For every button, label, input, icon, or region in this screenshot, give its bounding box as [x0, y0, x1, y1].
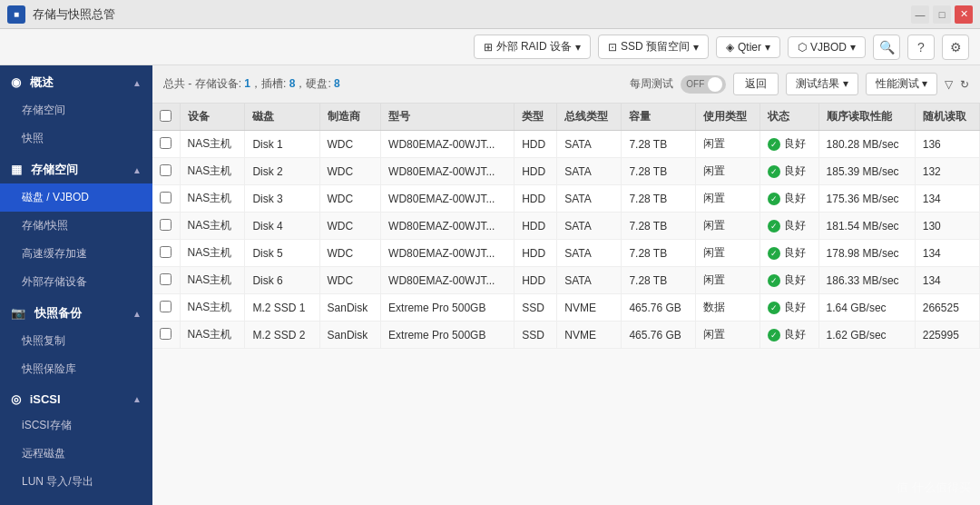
row-checkbox[interactable] — [160, 273, 172, 285]
row-seq-read: 181.54 MB/sec — [818, 213, 915, 240]
status-good-icon: ✓ — [768, 165, 780, 178]
row-status: ✓ 良好 — [760, 267, 818, 294]
row-rand-read: 136 — [915, 131, 979, 158]
vjbod-icon: ⬡ — [798, 41, 807, 54]
row-usage: 闲置 — [695, 185, 760, 213]
sidebar-item-external-storage[interactable]: 外部存储设备 — [0, 268, 152, 296]
row-rand-read: 266525 — [915, 294, 979, 322]
sidebar-item-snapshot-vault[interactable]: 快照保险库 — [0, 355, 152, 383]
row-disk: Disk 4 — [245, 213, 319, 240]
col-seq-read: 顺序读取性能 — [818, 104, 915, 131]
row-manufacturer: WDC — [319, 131, 381, 158]
chevron-up-icon3: ▲ — [132, 309, 142, 319]
weekly-test-toggle[interactable]: OFF — [681, 75, 726, 94]
row-disk: Disk 6 — [245, 267, 319, 294]
row-usage: 闲置 — [695, 213, 760, 240]
sidebar-item-remote-disk[interactable]: 远程磁盘 — [0, 440, 152, 468]
row-status: ✓ 良好 — [760, 185, 818, 213]
test-label: 每周测试 — [630, 76, 673, 92]
status-text: 良好 — [784, 245, 806, 261]
row-checkbox-cell — [152, 294, 180, 322]
sidebar-header-overview[interactable]: ◉ 概述 ▲ — [0, 65, 152, 96]
row-usage: 数据 — [695, 294, 760, 322]
settings-button[interactable]: ⚙ — [942, 35, 969, 60]
sidebar-item-storage-snapshot[interactable]: 存储/快照 — [0, 212, 152, 240]
sidebar-item-snapshot-overview[interactable]: 快照 — [0, 124, 152, 153]
sidebar-item-label: 高速缓存加速 — [22, 247, 87, 260]
col-checkbox — [152, 104, 180, 131]
qtier-button[interactable]: ◈ Qtier ▾ — [716, 36, 780, 58]
status-good-icon: ✓ — [768, 220, 780, 233]
row-checkbox[interactable] — [160, 301, 172, 312]
sidebar-item-disk-vjbod[interactable]: 磁盘 / VJBOD — [0, 183, 152, 212]
row-checkbox[interactable] — [160, 328, 172, 340]
sidebar-header-iscsi[interactable]: ◎ iSCSI ▲ — [0, 383, 152, 411]
sidebar-item-storage-space[interactable]: 存储空间 — [0, 96, 152, 124]
sidebar-item-iscsi-storage[interactable]: iSCSI存储 — [0, 411, 152, 440]
row-checkbox[interactable] — [160, 137, 172, 149]
minimize-button[interactable]: — — [911, 5, 929, 24]
return-button[interactable]: 返回 — [733, 73, 779, 95]
title-bar: ■ 存储与快照总管 — □ ✕ — [0, 0, 980, 29]
close-button[interactable]: ✕ — [955, 5, 973, 24]
row-rand-read: 134 — [915, 267, 979, 294]
vjbod-button[interactable]: ⬡ VJBOD ▾ — [788, 36, 866, 58]
row-bus: SATA — [557, 185, 622, 213]
row-model: WD80EMAZ-00WJT... — [381, 158, 514, 185]
window-title: 存储与快照总管 — [33, 6, 115, 23]
help-button[interactable]: ? — [907, 35, 935, 60]
external-raid-button[interactable]: ⊞ 外部 RAID 设备 ▾ — [474, 35, 591, 59]
sidebar-item-high-speed-cache[interactable]: 高速缓存加速 — [0, 240, 152, 268]
row-usage: 闲置 — [695, 131, 760, 158]
row-seq-read: 1.64 GB/sec — [818, 294, 915, 322]
row-usage: 闲置 — [695, 322, 760, 349]
ssd-reserve-button[interactable]: ⊡ SSD 预留空间 ▾ — [598, 35, 709, 59]
col-rand-read: 随机读取 — [915, 104, 979, 131]
gear-icon: ⚙ — [950, 40, 962, 54]
sidebar-item-label: iSCSI存储 — [22, 419, 72, 431]
row-manufacturer: WDC — [319, 240, 381, 267]
overview-icon: ◉ — [11, 75, 21, 89]
status-good-icon: ✓ — [768, 274, 780, 287]
content-summary: 总共 - 存储设备: 1，插槽: 8，硬盘: 8 — [163, 76, 340, 92]
test-result-button[interactable]: 测试结果 ▾ — [786, 73, 858, 95]
main-area: ◉ 概述 ▲ 存储空间 快照 ▦ 存储空间 — [0, 65, 980, 505]
row-checkbox[interactable] — [160, 164, 172, 176]
sidebar-section-label-snapshot-backup: 快照备份 — [34, 306, 82, 320]
row-checkbox-cell — [152, 131, 180, 158]
row-capacity: 7.28 TB — [622, 240, 695, 267]
row-manufacturer: WDC — [319, 213, 381, 240]
row-status: ✓ 良好 — [760, 240, 818, 267]
status-good-icon: ✓ — [768, 329, 780, 342]
disk-table-container: 设备 磁盘 制造商 型号 类型 总线类型 容量 使用类型 状态 顺序读取性能 随… — [152, 104, 980, 505]
maximize-button[interactable]: □ — [933, 5, 951, 24]
row-checkbox[interactable] — [160, 192, 172, 203]
row-rand-read: 225995 — [915, 322, 979, 349]
sidebar-header-storage[interactable]: ▦ 存储空间 ▲ — [0, 153, 152, 183]
toolbar: ⊞ 外部 RAID 设备 ▾ ⊡ SSD 预留空间 ▾ ◈ Qtier ▾ ⬡ … — [0, 29, 980, 65]
row-capacity: 7.28 TB — [622, 131, 695, 158]
col-status: 状态 — [760, 104, 818, 131]
sidebar-header-snapshot-backup[interactable]: 📷 快照备份 ▲ — [0, 296, 152, 327]
row-status: ✓ 良好 — [760, 213, 818, 240]
row-capacity: 7.28 TB — [622, 185, 695, 213]
row-usage: 闲置 — [695, 158, 760, 185]
status-good-icon: ✓ — [768, 193, 780, 205]
refresh-icon[interactable]: ↻ — [960, 78, 969, 91]
sidebar-item-lun-import-export[interactable]: LUN 导入/导出 — [0, 468, 152, 496]
performance-test-button[interactable]: 性能测试 ▾ — [866, 73, 937, 95]
search-icon: 🔍 — [879, 40, 895, 54]
row-checkbox[interactable] — [160, 246, 172, 258]
row-checkbox[interactable] — [160, 219, 172, 231]
row-seq-read: 186.33 MB/sec — [818, 267, 915, 294]
select-all-checkbox[interactable] — [160, 110, 172, 122]
status-text: 良好 — [784, 136, 806, 152]
row-checkbox-cell — [152, 158, 180, 185]
row-type: SSD — [514, 294, 557, 322]
row-model: Extreme Pro 500GB — [381, 322, 514, 349]
sidebar-item-snapshot-copy[interactable]: 快照复制 — [0, 327, 152, 355]
filter-icon[interactable]: ▽ — [945, 78, 953, 91]
col-disk: 磁盘 — [245, 104, 319, 131]
search-button[interactable]: 🔍 — [873, 35, 900, 60]
help-icon: ? — [917, 40, 925, 54]
